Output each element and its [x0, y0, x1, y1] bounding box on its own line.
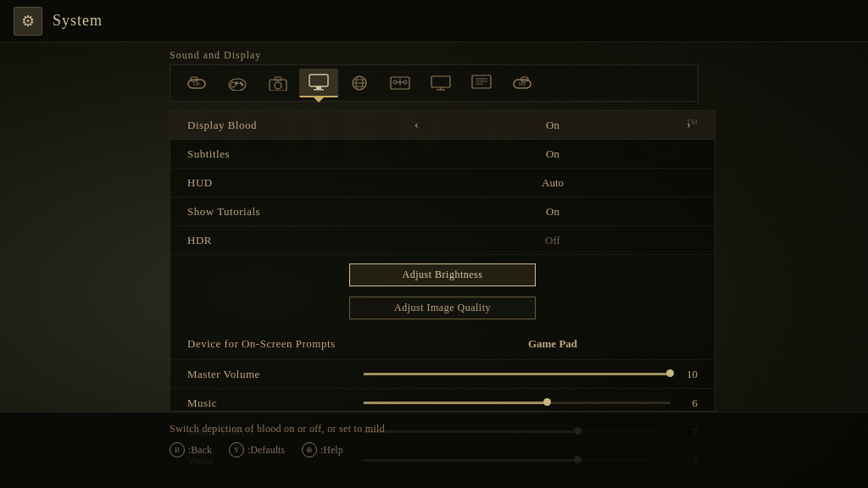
adjust-image-quality-button[interactable]: Adjust Image Quality: [349, 297, 536, 319]
tab-camera[interactable]: [259, 69, 298, 97]
setting-label-hdr: HDR: [187, 234, 408, 247]
tab-active-indicator: [314, 97, 324, 103]
svg-rect-12: [309, 75, 328, 86]
slider-track-music[interactable]: [364, 402, 670, 404]
svg-rect-28: [472, 75, 491, 88]
setting-label-hud: HUD: [187, 176, 408, 190]
section-label: Sound and Display: [170, 49, 261, 62]
defaults-label: :Defaults: [248, 444, 285, 457]
setting-row-hdr[interactable]: HDR Off: [170, 226, 715, 255]
svg-text:RB: RB: [519, 81, 526, 86]
gear-icon: ⚙: [14, 7, 42, 36]
settings-panel: TM Display Blood ‹ On › Subtitles On HUD…: [170, 110, 715, 412]
tab-rb[interactable]: RB: [503, 69, 542, 97]
tab-bar: LB: [170, 64, 698, 102]
adjust-brightness-button[interactable]: Adjust Brightness: [349, 263, 536, 286]
svg-rect-8: [235, 83, 239, 85]
slider-label-music: Music: [187, 396, 357, 410]
tab-display[interactable]: [299, 69, 338, 97]
page-title: System: [53, 12, 103, 30]
help-button-icon: ⊕: [302, 442, 317, 458]
setting-value-prompts: Game Pad: [408, 337, 698, 351]
setting-value-show-tutorials: On: [408, 205, 698, 219]
setting-value-subtitles: On: [408, 147, 698, 161]
left-arrow-display-blood[interactable]: ‹: [408, 119, 426, 132]
top-bar: ⚙ System: [0, 0, 868, 42]
setting-row-subtitles[interactable]: Subtitles On: [170, 140, 715, 169]
setting-value-display-blood: On: [426, 119, 681, 132]
right-arrow-display-blood[interactable]: ›: [680, 119, 698, 132]
setting-label-display-blood: Display Blood: [187, 119, 408, 132]
bottom-bar: Switch depiction of blood on or off, or …: [0, 412, 868, 488]
svg-point-6: [242, 84, 244, 86]
tab-monitor[interactable]: [421, 69, 460, 97]
svg-point-10: [275, 82, 281, 89]
tab-gamepad[interactable]: [218, 69, 257, 97]
setting-row-hud[interactable]: HUD Auto: [170, 169, 715, 197]
svg-text:LB: LB: [193, 81, 199, 86]
setting-label-show-tutorials: Show Tutorials: [187, 205, 408, 219]
setting-row-prompts[interactable]: Device for On-Screen Prompts Game Pad: [170, 328, 715, 360]
footer-controls: B :Back Y :Defaults ⊕ :Help: [170, 442, 698, 458]
svg-point-23: [403, 80, 407, 84]
back-button-icon: B: [170, 442, 185, 458]
slider-value-master-volume: 10: [677, 368, 698, 381]
setting-row-show-tutorials[interactable]: Show Tutorials On: [170, 197, 715, 226]
help-label: :Help: [320, 444, 343, 457]
adjust-brightness-row: Adjust Brightness: [170, 260, 715, 290]
adjust-image-quality-row: Adjust Image Quality: [170, 293, 715, 323]
tab-globe[interactable]: [340, 69, 379, 97]
control-defaults: Y :Defaults: [229, 442, 285, 458]
slider-track-master-volume[interactable]: [364, 373, 670, 375]
setting-value-hud: Auto: [408, 176, 698, 190]
svg-rect-25: [431, 76, 450, 87]
footer-hint: Switch depiction of blood on or off, or …: [170, 423, 698, 435]
svg-rect-14: [314, 89, 324, 91]
slider-fill-master-volume: [364, 373, 670, 375]
setting-value-hdr: Off: [408, 234, 698, 247]
tab-lb[interactable]: LB: [177, 69, 216, 97]
svg-point-22: [393, 80, 397, 84]
setting-label-prompts: Device for On-Screen Prompts: [187, 337, 408, 351]
slider-label-master-volume: Master Volume: [187, 368, 357, 381]
setting-row-display-blood[interactable]: Display Blood ‹ On ›: [170, 111, 715, 140]
defaults-button-icon: Y: [229, 442, 244, 458]
tab-network[interactable]: [381, 69, 420, 97]
slider-fill-music: [364, 402, 548, 404]
tab-screen2[interactable]: [462, 69, 501, 97]
back-label: :Back: [188, 444, 212, 457]
setting-row-master-volume[interactable]: Master Volume 10: [170, 360, 715, 389]
control-help: ⊕ :Help: [302, 442, 343, 458]
svg-rect-13: [316, 86, 321, 89]
control-back: B :Back: [170, 442, 212, 458]
slider-value-music: 6: [677, 396, 698, 410]
setting-label-subtitles: Subtitles: [187, 147, 408, 161]
